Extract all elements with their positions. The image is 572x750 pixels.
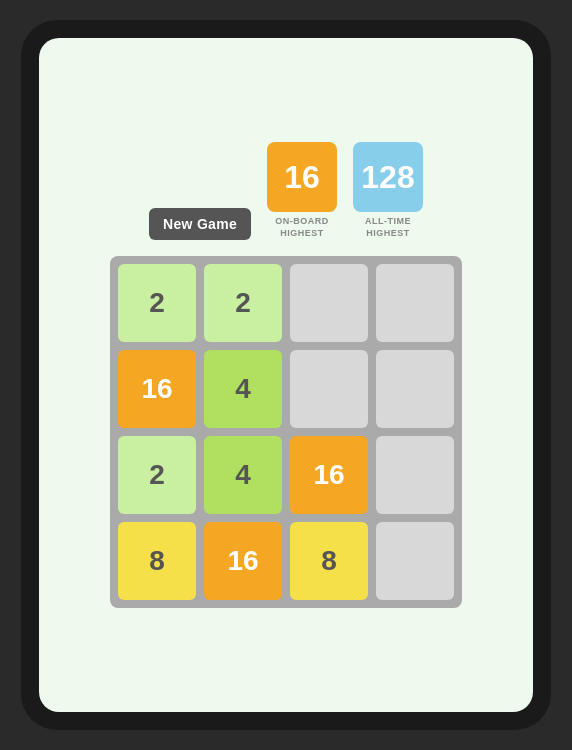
board-cell: 2	[204, 264, 282, 342]
board-cell: 16	[290, 436, 368, 514]
board-cell: 2	[118, 264, 196, 342]
board-cell	[376, 522, 454, 600]
on-board-score-tile: 16	[267, 142, 337, 212]
board-cell	[376, 350, 454, 428]
board-cell: 4	[204, 436, 282, 514]
all-time-score-tile: 128	[353, 142, 423, 212]
game-container: New Game 16 ON-BOARDHIGHEST 128 ALL-TIME…	[110, 142, 462, 607]
board-cell: 2	[118, 436, 196, 514]
board-cell	[376, 436, 454, 514]
board-cell: 4	[204, 350, 282, 428]
new-game-button[interactable]: New Game	[149, 208, 251, 240]
board-cell	[376, 264, 454, 342]
board-cell: 16	[118, 350, 196, 428]
tablet-screen: New Game 16 ON-BOARDHIGHEST 128 ALL-TIME…	[39, 38, 533, 712]
board-cell: 8	[290, 522, 368, 600]
scores-row: New Game 16 ON-BOARDHIGHEST 128 ALL-TIME…	[149, 142, 423, 239]
on-board-label: ON-BOARDHIGHEST	[275, 216, 329, 239]
game-board: 2216424168168	[110, 256, 462, 608]
board-cell	[290, 264, 368, 342]
on-board-score-block: 16 ON-BOARDHIGHEST	[267, 142, 337, 239]
all-time-score-block: 128 ALL-TIMEHIGHEST	[353, 142, 423, 239]
board-cell	[290, 350, 368, 428]
board-cell: 16	[204, 522, 282, 600]
all-time-label: ALL-TIMEHIGHEST	[365, 216, 411, 239]
board-cell: 8	[118, 522, 196, 600]
tablet-frame: New Game 16 ON-BOARDHIGHEST 128 ALL-TIME…	[21, 20, 551, 730]
